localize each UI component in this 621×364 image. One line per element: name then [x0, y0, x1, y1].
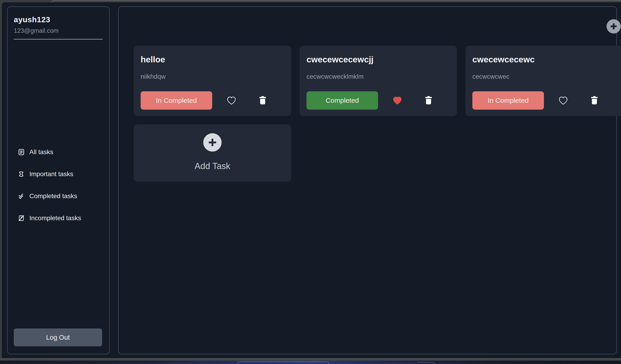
- sidebar-item-label: All tasks: [29, 148, 53, 156]
- task-title: cwecewcecewc: [472, 55, 616, 65]
- task-status-button[interactable]: Completed: [307, 91, 378, 110]
- main-panel: helloe niikhdqw In Completed cwecewcecew…: [118, 6, 617, 354]
- plus-circle-icon: [203, 133, 222, 152]
- trash-icon-button[interactable]: [258, 95, 268, 105]
- sidebar-item-incompleted-tasks[interactable]: Incompleted tasks: [8, 212, 109, 225]
- sidebar-nav: All tasks Important tasks Completed task…: [8, 146, 109, 234]
- add-task-fab-button[interactable]: [606, 19, 621, 34]
- add-task-label: Add Task: [194, 161, 230, 171]
- user-divider: [14, 39, 103, 39]
- plus-icon: [609, 22, 618, 31]
- user-email: 123@gmail.com: [14, 27, 109, 35]
- task-card: cwecewcecewc cecwcwcwec In Completed: [466, 46, 621, 116]
- sidebar-item-label: Important tasks: [29, 171, 73, 178]
- task-status-button[interactable]: In Completed: [141, 91, 212, 110]
- trash-icon-button[interactable]: [589, 95, 599, 105]
- label-important-icon: [18, 171, 25, 177]
- favorite-heart-button[interactable]: [226, 96, 237, 105]
- trash-icon-button[interactable]: [423, 95, 433, 105]
- task-description: cecwcwcwecklmklm: [307, 73, 450, 80]
- task-footer: In Completed: [141, 91, 285, 110]
- desktop-bottom-strip: [0, 358, 621, 361]
- sidebar-item-label: Completed tasks: [29, 192, 77, 200]
- notes-icon: [18, 149, 25, 155]
- sidebar-item-completed-tasks[interactable]: Completed tasks: [8, 190, 109, 203]
- username: ayush123: [14, 15, 109, 24]
- user-block: ayush123 123@gmail.com: [8, 7, 109, 39]
- task-description: cecwcwcwec: [472, 73, 616, 80]
- task-status-button[interactable]: In Completed: [472, 91, 544, 110]
- sidebar-item-label: Incompleted tasks: [29, 214, 81, 222]
- logout-button[interactable]: Log Out: [14, 329, 102, 346]
- note-slash-icon: [18, 215, 25, 221]
- sidebar-item-important-tasks[interactable]: Important tasks: [8, 168, 109, 180]
- add-task-card[interactable]: Add Task: [134, 124, 291, 182]
- double-check-icon: [18, 193, 25, 199]
- sidebar: ayush123 123@gmail.com All tasks Importa…: [7, 6, 110, 354]
- favorite-heart-button[interactable]: [392, 96, 402, 105]
- task-card: helloe niikhdqw In Completed: [134, 46, 291, 116]
- background-button-edge: [417, 362, 435, 364]
- task-title: helloe: [141, 55, 285, 65]
- task-footer: In Completed: [472, 91, 616, 110]
- favorite-heart-button[interactable]: [558, 96, 568, 105]
- task-description: niikhdqw: [141, 73, 285, 80]
- task-grid: helloe niikhdqw In Completed cwecewcecew…: [134, 46, 621, 182]
- task-card: cwecewcecewcjj cecwcwcwecklmklm Complete…: [300, 46, 457, 116]
- background-dialog-edge: [237, 362, 329, 364]
- task-footer: Completed: [307, 91, 450, 110]
- task-title: cwecewcecewcjj: [307, 55, 450, 65]
- sidebar-item-all-tasks[interactable]: All tasks: [8, 146, 109, 158]
- background-window-band: [0, 361, 621, 364]
- desktop-top-strip: [0, 0, 621, 2]
- app-window: ayush123 123@gmail.com All tasks Importa…: [2, 2, 621, 358]
